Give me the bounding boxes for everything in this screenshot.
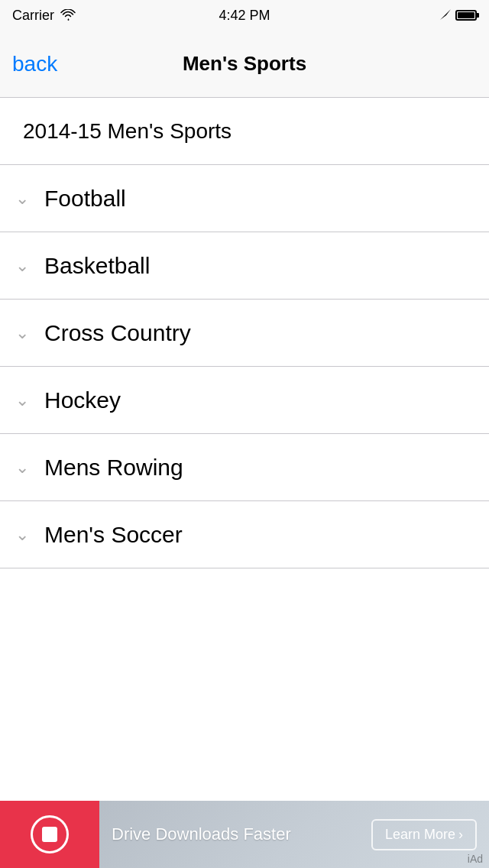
- iad-label: iAd: [468, 853, 483, 865]
- sports-list: 2014-15 Men's Sports ⌄ Football ⌄ Basket…: [0, 98, 489, 568]
- carrier-label: Carrier: [12, 8, 54, 24]
- nav-bar: back Men's Sports: [0, 31, 489, 98]
- chevron-down-icon: ⌄: [15, 257, 29, 274]
- ad-logo-icon: [31, 815, 69, 853]
- chevron-down-icon: ⌄: [15, 459, 29, 476]
- item-label: Mens Rowing: [44, 455, 183, 481]
- ad-banner[interactable]: Drive Downloads Faster Learn More › iAd: [0, 801, 489, 868]
- list-item-mens-soccer[interactable]: ⌄ Men's Soccer: [0, 501, 489, 568]
- item-label: Men's Soccer: [44, 522, 183, 548]
- chevron-down-icon: ⌄: [15, 392, 29, 409]
- status-bar: Carrier 4:42 PM: [0, 0, 489, 31]
- svg-marker-0: [440, 9, 451, 20]
- ad-text: Drive Downloads Faster: [112, 824, 291, 844]
- ad-stop-square: [42, 827, 57, 842]
- item-label: Basketball: [44, 253, 150, 279]
- chevron-down-icon: ⌄: [15, 190, 29, 207]
- header-text: 2014-15 Men's Sports: [15, 119, 232, 144]
- list-item-cross-country[interactable]: ⌄ Cross Country: [0, 300, 489, 367]
- ad-brand-section: [0, 801, 99, 868]
- list-item-basketball[interactable]: ⌄ Basketball: [0, 232, 489, 300]
- battery-icon: [455, 10, 477, 21]
- item-label: Hockey: [44, 387, 121, 413]
- back-button[interactable]: back: [12, 52, 57, 76]
- ad-content: Drive Downloads Faster Learn More ›: [99, 819, 489, 850]
- learn-more-label: Learn More: [385, 827, 455, 843]
- status-time: 4:42 PM: [219, 8, 270, 24]
- item-label: Cross Country: [44, 320, 191, 346]
- wifi-icon: [60, 9, 76, 21]
- page-title: Men's Sports: [183, 52, 306, 76]
- item-label: Football: [44, 186, 126, 212]
- location-icon: [440, 9, 451, 21]
- list-item-mens-rowing[interactable]: ⌄ Mens Rowing: [0, 434, 489, 501]
- list-item-football[interactable]: ⌄ Football: [0, 165, 489, 232]
- chevron-right-icon: ›: [458, 827, 463, 843]
- learn-more-button[interactable]: Learn More ›: [371, 819, 477, 850]
- list-item-hockey[interactable]: ⌄ Hockey: [0, 367, 489, 434]
- list-item-header: 2014-15 Men's Sports: [0, 98, 489, 165]
- chevron-down-icon: ⌄: [15, 325, 29, 342]
- chevron-down-icon: ⌄: [15, 526, 29, 543]
